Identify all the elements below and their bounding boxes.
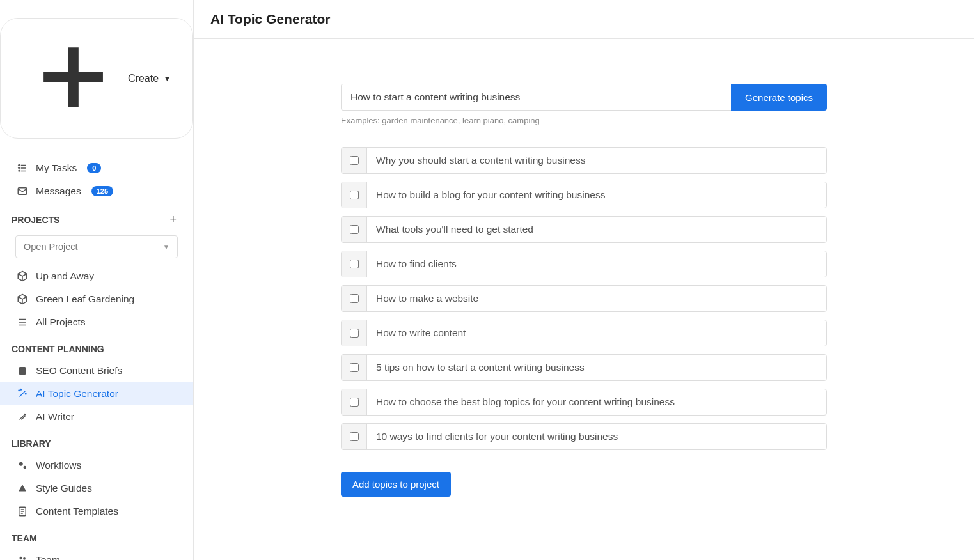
add-project-icon[interactable]: + xyxy=(169,213,177,226)
topic-checkbox-wrap xyxy=(342,148,367,173)
topic-row: How to write content xyxy=(341,320,827,346)
nav-label: Team xyxy=(36,554,60,560)
nav-label: Style Guides xyxy=(36,483,92,494)
topic-row: How to find clients xyxy=(341,251,827,277)
topic-checkbox[interactable] xyxy=(350,225,359,234)
topic-checkbox[interactable] xyxy=(350,156,359,165)
topic-checkbox-wrap xyxy=(342,182,367,208)
nav-label: AI Topic Generator xyxy=(36,388,118,400)
topic-checkbox[interactable] xyxy=(350,363,359,372)
topic-checkbox-wrap xyxy=(342,389,367,415)
people-icon xyxy=(17,554,28,560)
topic-checkbox-wrap xyxy=(342,286,367,311)
wand-icon xyxy=(17,388,28,400)
sidebar: Create ▼ My Tasks 0 Messages 125 PROJECT… xyxy=(0,0,194,560)
topic-checkbox[interactable] xyxy=(350,432,359,441)
badge: 125 xyxy=(91,186,113,196)
topic-row: Why you should start a content writing b… xyxy=(341,147,827,174)
svg-point-26 xyxy=(23,557,26,560)
page-title: AI Topic Generator xyxy=(194,0,974,39)
section-title: CONTENT PLANNING xyxy=(12,344,104,354)
plus-icon xyxy=(22,26,124,130)
svg-point-19 xyxy=(19,462,23,466)
section-header-team: TEAM xyxy=(0,523,193,548)
topic-row: How to make a website xyxy=(341,285,827,312)
list-icon xyxy=(17,316,28,328)
nav-label: Messages xyxy=(36,185,81,197)
chevron-down-icon: ▼ xyxy=(164,75,171,82)
create-button[interactable]: Create ▼ xyxy=(0,18,193,139)
topic-input[interactable] xyxy=(341,84,731,111)
project-item[interactable]: Up and Away xyxy=(0,265,193,288)
nav-label: Green Leaf Gardening xyxy=(36,293,134,305)
topic-checkbox-wrap xyxy=(342,355,367,380)
nav-ai-writer[interactable]: AI Writer xyxy=(0,405,193,428)
topic-checkbox-wrap xyxy=(342,320,367,346)
mail-icon xyxy=(17,185,28,197)
nav-my-tasks[interactable]: My Tasks 0 xyxy=(0,157,193,180)
project-item[interactable]: Green Leaf Gardening xyxy=(0,288,193,311)
topic-label: How to make a website xyxy=(367,286,826,311)
nav-ai-topic-generator[interactable]: AI Topic Generator xyxy=(0,382,193,405)
topic-row: 5 tips on how to start a content writing… xyxy=(341,354,827,381)
topic-checkbox[interactable] xyxy=(350,294,359,303)
generate-topics-button[interactable]: Generate topics xyxy=(731,84,827,111)
open-project-select[interactable]: Open Project ▼ xyxy=(15,235,178,258)
topic-checkbox[interactable] xyxy=(350,398,359,407)
topic-row: What tools you'll need to get started xyxy=(341,216,827,243)
topic-label: Why you should start a content writing b… xyxy=(367,148,826,173)
topic-label: How to choose the best blog topics for y… xyxy=(367,389,826,415)
svg-point-15 xyxy=(20,389,22,391)
topic-row: 10 ways to find clients for your content… xyxy=(341,423,827,450)
nav-label: AI Writer xyxy=(36,411,74,423)
topic-checkbox-wrap xyxy=(342,424,367,449)
nav-team[interactable]: Team xyxy=(0,548,193,560)
topics-list: Why you should start a content writing b… xyxy=(341,147,827,450)
nav-label: Content Templates xyxy=(36,506,118,517)
section-title: TEAM xyxy=(12,533,37,543)
examples-text: Examples: garden maintenance, learn pian… xyxy=(341,116,827,125)
nav-label: SEO Content Briefs xyxy=(36,365,122,377)
badge: 0 xyxy=(87,163,101,173)
main-content: AI Topic Generator Generate topics Examp… xyxy=(194,0,974,560)
pen-icon xyxy=(17,411,28,423)
topic-label: 5 tips on how to start a content writing… xyxy=(367,355,826,380)
svg-point-13 xyxy=(19,390,20,391)
svg-line-12 xyxy=(20,391,26,397)
nav-content-templates[interactable]: Content Templates xyxy=(0,500,193,523)
chevron-down-icon: ▼ xyxy=(163,244,169,251)
nav-label: My Tasks xyxy=(36,162,77,174)
svg-point-20 xyxy=(24,466,27,469)
gears-icon xyxy=(17,460,28,471)
topic-label: 10 ways to find clients for your content… xyxy=(367,424,826,449)
svg-point-18 xyxy=(24,414,26,416)
section-header-library: LIBRARY xyxy=(0,428,193,454)
template-icon xyxy=(17,506,28,517)
select-placeholder: Open Project xyxy=(24,242,78,252)
section-header-content-planning: CONTENT PLANNING xyxy=(0,334,193,359)
nav-label: Workflows xyxy=(36,460,81,471)
topic-checkbox[interactable] xyxy=(350,260,359,268)
create-button-label: Create xyxy=(128,73,159,84)
svg-rect-11 xyxy=(19,367,26,375)
doc-icon xyxy=(17,365,28,377)
svg-point-25 xyxy=(20,557,23,560)
nav-messages[interactable]: Messages 125 xyxy=(0,180,193,203)
topic-input-row: Generate topics xyxy=(341,84,827,111)
topic-checkbox[interactable] xyxy=(350,329,359,338)
nav-style-guides[interactable]: Style Guides xyxy=(0,477,193,500)
add-topics-button[interactable]: Add topics to project xyxy=(341,472,451,497)
nav-seo-briefs[interactable]: SEO Content Briefs xyxy=(0,359,193,382)
topic-checkbox[interactable] xyxy=(350,191,359,199)
topic-label: What tools you'll need to get started xyxy=(367,217,826,242)
topic-label: How to build a blog for your content wri… xyxy=(367,182,826,208)
tasks-icon xyxy=(17,162,28,174)
nav-workflows[interactable]: Workflows xyxy=(0,454,193,477)
nav-label: Up and Away xyxy=(36,270,94,282)
topic-checkbox-wrap xyxy=(342,251,367,277)
project-item-all[interactable]: All Projects xyxy=(0,311,193,334)
topic-label: How to write content xyxy=(367,320,826,346)
cube-icon xyxy=(17,293,28,305)
nav-label: All Projects xyxy=(36,316,86,328)
section-title: LIBRARY xyxy=(12,439,51,449)
